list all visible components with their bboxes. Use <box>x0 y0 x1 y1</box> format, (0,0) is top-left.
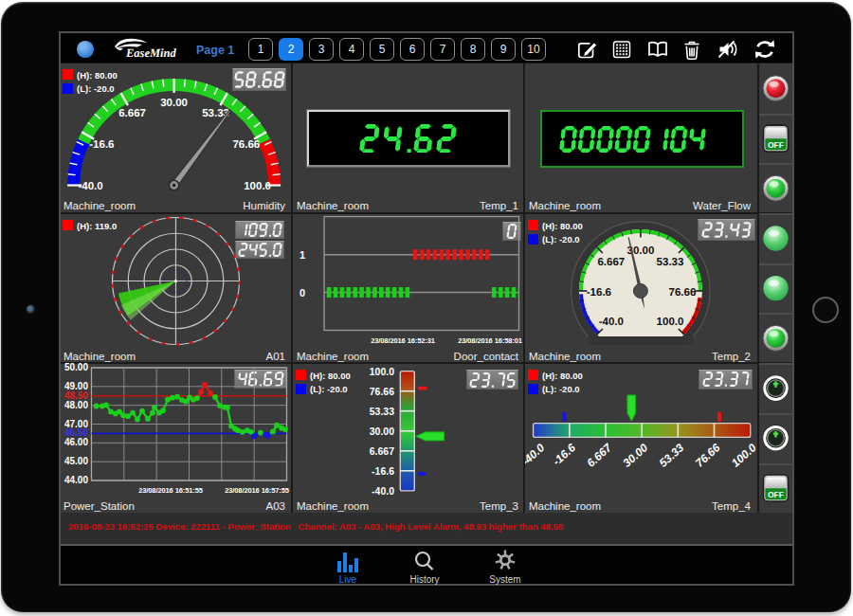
svg-text:-40.0: -40.0 <box>518 441 547 468</box>
svg-text:30.00: 30.00 <box>160 98 188 109</box>
svg-text:6.667: 6.667 <box>597 257 625 268</box>
svg-text:100.0: 100.0 <box>244 181 271 192</box>
svg-text:-16.6: -16.6 <box>587 287 611 299</box>
svg-text:-16.6: -16.6 <box>89 139 114 151</box>
svg-text:OFF: OFF <box>768 490 784 499</box>
svg-text:-16.6: -16.6 <box>550 441 578 468</box>
svg-text:100.0: 100.0 <box>657 317 684 328</box>
svg-text:76.66: 76.66 <box>669 287 697 299</box>
svg-text:53.33: 53.33 <box>657 441 687 470</box>
svg-text:53.33: 53.33 <box>657 257 684 268</box>
svg-text:6.667: 6.667 <box>118 108 146 119</box>
svg-text:76.66: 76.66 <box>232 139 260 151</box>
svg-text:30.00: 30.00 <box>621 441 651 470</box>
svg-text:-40.0: -40.0 <box>599 317 624 328</box>
svg-text:100.0: 100.0 <box>729 441 759 470</box>
svg-text:-40.0: -40.0 <box>78 181 102 192</box>
svg-text:6.667: 6.667 <box>584 440 615 469</box>
svg-text:OFF: OFF <box>768 140 784 150</box>
svg-text:76.66: 76.66 <box>693 441 723 470</box>
